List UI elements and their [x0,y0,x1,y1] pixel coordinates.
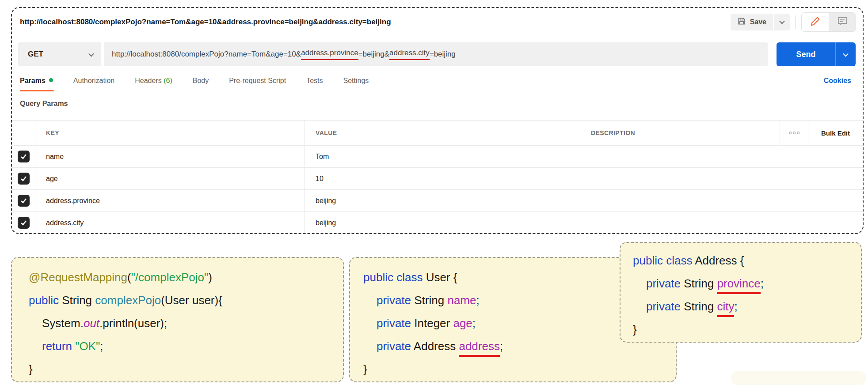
tab-body[interactable]: Body [193,77,209,91]
code-box-controller: @RequestMapping("/complexPojo") public S… [11,257,344,382]
param-key-cell[interactable]: address.city [35,212,305,234]
param-description-cell[interactable] [580,190,863,211]
code-line: return "OK"; [29,335,343,358]
code-line: } [29,358,343,381]
code-line: @RequestMapping("/complexPojo") [29,266,343,289]
request-builder-row: GET http://localhost:8080/complexPojo?na… [12,36,863,72]
more-options-icon[interactable] [780,121,808,145]
send-button[interactable]: Send [777,42,856,66]
save-icon [737,17,746,27]
code-line: } [633,318,861,341]
param-description-cell[interactable] [580,212,863,234]
title-actions: Save [731,13,856,31]
table-row: name Tom [12,145,863,167]
param-key-cell[interactable]: age [35,168,305,189]
method-select[interactable]: GET [18,42,101,66]
bulk-edit-button[interactable]: Bulk Edit [808,121,863,145]
divider [795,15,796,29]
row-checkbox[interactable] [18,195,30,207]
code-line: public class Address { [633,249,861,272]
param-value-cell[interactable]: Tom [305,146,580,167]
column-header-key: KEY [35,121,305,145]
url-input[interactable]: http://localhost:8080/complexPojo?name=T… [104,42,768,66]
tab-label: Pre-request Script [229,77,286,84]
chevron-down-icon [843,51,849,57]
faint-highlight-fragment [731,371,866,385]
send-options-button[interactable] [835,42,856,66]
tab-label: Params [20,77,46,84]
method-label: GET [28,50,43,59]
save-button-label: Save [750,18,766,26]
tab-label: Headers [135,77,161,84]
url-segment: =beijing& [358,50,389,59]
comment-button[interactable] [829,13,856,31]
send-button-label: Send [777,42,835,66]
code-line: } [363,358,676,381]
code-line: private String city; [633,295,861,318]
table-row: address.province beijing [12,189,863,211]
tab-label: Body [193,77,209,84]
tab-label: Tests [306,77,323,84]
code-line: public String complexPojo(User user){ [29,289,343,312]
param-value-cell[interactable]: beijing [305,190,580,211]
tab-authorization[interactable]: Authorization [73,77,114,91]
tab-label: Authorization [73,77,114,84]
tab-pre-request-script[interactable]: Pre-request Script [229,77,286,91]
code-line: System.out.println(user); [29,312,343,335]
header-checkbox-cell [12,121,35,145]
headers-count-badge: (6) [164,77,172,84]
param-description-cell[interactable] [580,168,863,189]
row-checkbox[interactable] [18,217,30,229]
request-tabs: Params Authorization Headers (6) Body Pr… [12,72,863,94]
url-highlight-city: address.city [389,49,430,60]
param-value-cell[interactable]: beijing [305,212,580,234]
query-params-label: Query Params [12,94,863,120]
tab-headers[interactable]: Headers (6) [135,77,172,91]
param-key-cell[interactable]: address.province [35,190,305,211]
url-highlight-province: address.province [301,49,358,60]
save-button[interactable]: Save [731,14,773,30]
tab-label: Settings [343,77,369,84]
params-dot [49,78,53,82]
table-header-row: KEY VALUE DESCRIPTION Bulk Edit [12,121,863,145]
pencil-icon [810,16,821,28]
cookies-link[interactable]: Cookies [824,77,851,85]
row-checkbox[interactable] [18,173,30,185]
tab-params[interactable]: Params [20,77,53,91]
table-row: address.city beijing [12,211,863,234]
chevron-down-icon [88,51,94,57]
column-header-description: DESCRIPTION [580,121,780,145]
postman-request-panel: http://localhost:8080/complexPojo?name=T… [11,7,864,234]
save-options-button[interactable] [774,14,790,30]
edit-comment-group [802,13,856,31]
tab-tests[interactable]: Tests [306,77,323,91]
comment-icon [837,16,848,28]
param-key-cell[interactable]: name [35,146,305,167]
edit-button[interactable] [802,13,829,31]
chevron-down-icon [779,19,785,24]
tab-settings[interactable]: Settings [343,77,369,91]
code-box-address-class: public class Address { private String pr… [620,242,862,343]
save-button-group: Save [731,14,790,30]
url-segment: =beijing [430,50,456,59]
table-row: age 10 [12,167,863,189]
request-title-bar: http://localhost:8080/complexPojo?name=T… [12,8,863,36]
param-value-cell[interactable]: 10 [305,168,580,189]
query-params-table: KEY VALUE DESCRIPTION Bulk Edit name Tom… [12,120,863,234]
param-description-cell[interactable] [580,146,863,167]
url-segment: http://localhost:8080/complexPojo?name=T… [112,50,301,59]
column-header-value: VALUE [305,121,580,145]
request-tab-title: http://localhost:8080/complexPojo?name=T… [20,18,731,26]
code-line: private String province; [633,272,861,295]
row-checkbox[interactable] [18,151,30,162]
